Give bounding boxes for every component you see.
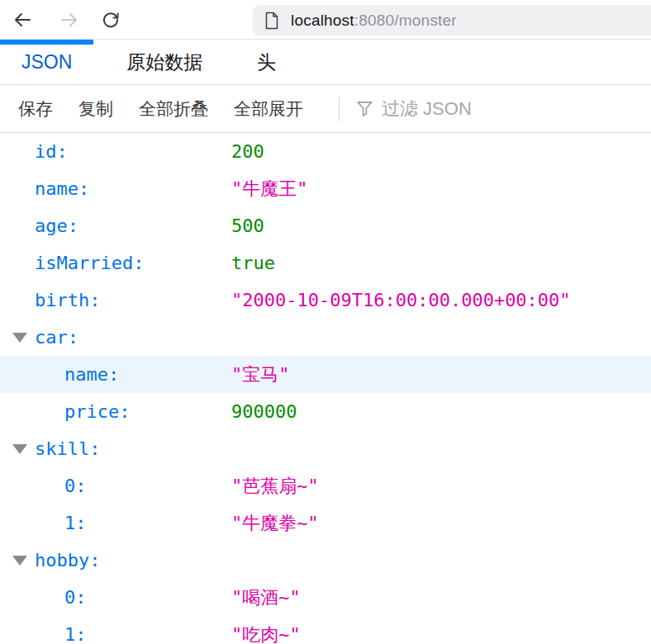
expand-all-button[interactable]: 全部展开 (234, 97, 303, 121)
json-row[interactable]: age:500 (0, 207, 651, 244)
tab-raw-data[interactable]: 原始数据 (105, 40, 224, 84)
json-value: "牛魔拳~" (231, 504, 319, 542)
filter-placeholder: 过滤 JSON (382, 97, 472, 121)
json-viewer-tabbar: JSON 原始数据 头 (0, 40, 651, 85)
json-row[interactable]: car: (0, 319, 651, 356)
json-key: 0: (64, 476, 87, 496)
json-key: age: (35, 215, 78, 236)
json-value: "芭蕉扇~" (231, 467, 319, 504)
json-row[interactable]: price:900000 (0, 393, 651, 430)
json-row[interactable]: 0:"芭蕉扇~" (0, 467, 651, 504)
json-row[interactable]: 0:"喝酒~" (0, 579, 651, 616)
json-row[interactable]: name:"牛魔王" (0, 170, 651, 207)
toolbar-divider (339, 97, 340, 121)
reload-icon (101, 10, 121, 30)
json-row[interactable]: birth:"2000-10-09T16:00:00.000+00:00" (0, 282, 651, 319)
reload-button[interactable] (100, 9, 121, 31)
address-bar[interactable]: localhost:8080/monster (253, 5, 651, 36)
arrow-right-icon (59, 10, 79, 30)
url-path: :8080/monster (354, 12, 457, 29)
forward-button[interactable] (59, 9, 80, 31)
json-row[interactable]: hobby: (0, 542, 651, 579)
json-key: isMarried: (35, 253, 144, 273)
url-host: localhost (291, 12, 354, 29)
json-key: id: (35, 141, 68, 162)
json-key: car: (35, 327, 78, 348)
arrow-left-icon (12, 10, 32, 30)
json-row[interactable]: skill: (0, 430, 651, 467)
expander-triangle-down-icon[interactable] (12, 556, 27, 566)
json-row[interactable]: 1:"牛魔拳~" (0, 504, 651, 542)
json-key: price: (64, 401, 130, 422)
filter-json-input[interactable]: 过滤 JSON (356, 97, 651, 121)
page-icon (264, 12, 279, 30)
json-key: name: (64, 364, 119, 385)
json-value: "宝马" (231, 356, 290, 393)
json-key: name: (35, 178, 89, 199)
json-value: "牛魔王" (231, 170, 308, 207)
json-key: birth: (35, 290, 100, 310)
json-key: 1: (64, 624, 87, 644)
json-value: "喝酒~" (231, 579, 301, 616)
json-value: 500 (231, 207, 264, 244)
json-value: "2000-10-09T16:00:00.000+00:00" (231, 282, 571, 319)
copy-button[interactable]: 复制 (78, 97, 113, 121)
json-value: 900000 (231, 393, 297, 430)
json-key: hobby: (35, 550, 100, 571)
json-row[interactable]: id:200 (0, 133, 651, 170)
funnel-icon (356, 100, 373, 117)
json-value: "吃肉~" (231, 616, 301, 644)
json-tree: id:200name:"牛魔王"age:500isMarried:truebir… (0, 133, 651, 644)
json-value: 200 (231, 133, 264, 170)
save-button[interactable]: 保存 (18, 97, 53, 121)
json-key: skill: (35, 438, 100, 459)
expander-triangle-down-icon[interactable] (12, 444, 27, 454)
json-toolbar: 保存 复制 全部折叠 全部展开 过滤 JSON (0, 85, 651, 133)
expander-triangle-down-icon[interactable] (12, 333, 27, 343)
browser-toolbar: localhost:8080/monster (0, 0, 651, 40)
tab-headers[interactable]: 头 (235, 40, 297, 84)
json-value: true (231, 244, 275, 282)
json-row[interactable]: name:"宝马" (0, 356, 651, 393)
tab-json[interactable]: JSON (0, 40, 93, 84)
collapse-all-button[interactable]: 全部折叠 (139, 97, 208, 121)
json-row[interactable]: 1:"吃肉~" (0, 616, 651, 644)
json-row[interactable]: isMarried:true (0, 244, 651, 282)
json-key: 1: (64, 513, 87, 533)
back-button[interactable] (12, 9, 33, 31)
json-key: 0: (64, 587, 87, 608)
url-text: localhost:8080/monster (291, 12, 457, 30)
